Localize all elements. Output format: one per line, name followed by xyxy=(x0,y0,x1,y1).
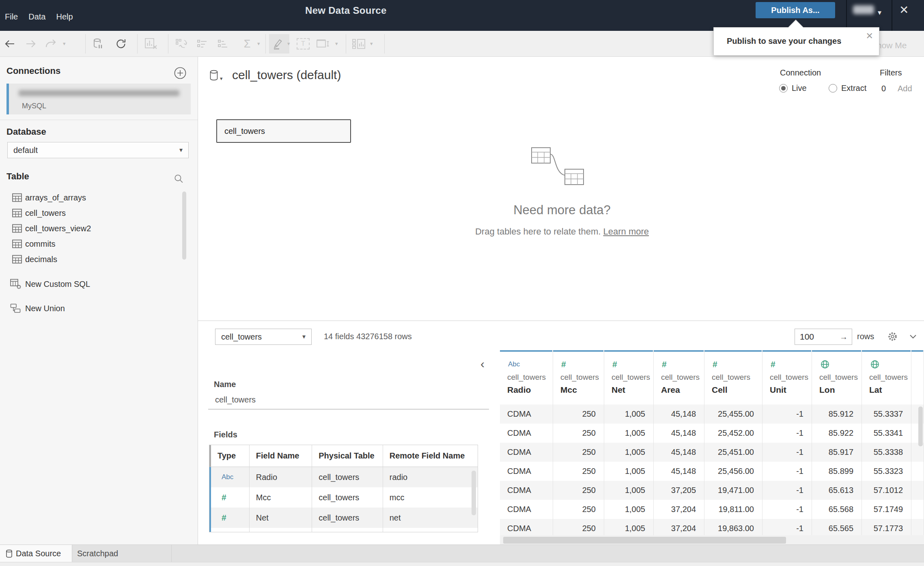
grid-cell: 1,005 xyxy=(604,481,654,500)
menu-help[interactable]: Help xyxy=(56,12,73,22)
grid-cell: 55.3337 xyxy=(862,405,911,424)
totals-icon[interactable]: Σ xyxy=(240,37,254,51)
menu-data[interactable]: Data xyxy=(28,12,45,22)
field-type-icon: # xyxy=(211,528,250,532)
table-item-commits[interactable]: commits xyxy=(0,236,198,252)
filters-add-button[interactable]: Add xyxy=(898,84,912,93)
text-label-icon[interactable]: T xyxy=(297,38,310,49)
fields-table-row[interactable]: # Net cell_towers net xyxy=(209,508,478,528)
column-name: Area xyxy=(661,385,680,395)
live-radio[interactable]: Live xyxy=(779,84,807,93)
grid-horizontal-scrollbar[interactable] xyxy=(503,537,786,544)
swap-rows-columns-icon[interactable] xyxy=(174,37,189,51)
datasource-title[interactable]: cell_towers (default) xyxy=(232,68,341,82)
datasource-caret-icon[interactable]: ▾ xyxy=(220,75,223,82)
refresh-datasource-icon[interactable] xyxy=(114,37,128,51)
show-cards-icon[interactable] xyxy=(351,37,366,51)
table-list-scrollbar[interactable] xyxy=(182,192,186,260)
grid-column-header-area[interactable]: # cell_towers Area xyxy=(654,350,704,405)
grid-cell: 1,005 xyxy=(604,462,654,481)
grid-cell: CDMA xyxy=(500,481,553,500)
grid-column-header-cell[interactable]: # cell_towers Cell xyxy=(704,350,762,405)
table-item-arrays_of_arrays[interactable]: arrays_of_arrays xyxy=(0,190,198,205)
table-item-decimals[interactable]: decimals xyxy=(0,252,198,267)
grid-column-header-lat[interactable]: cell_towers Lat xyxy=(862,350,911,405)
publish-as-button[interactable]: Publish As... xyxy=(756,2,835,18)
fields-table-row[interactable]: # Mcc cell_towers mcc xyxy=(209,487,478,508)
collapse-panel-icon[interactable]: ‹ xyxy=(480,358,485,370)
show-cards-caret-icon[interactable]: ▾ xyxy=(370,41,373,47)
learn-more-link[interactable]: Learn more xyxy=(603,226,649,237)
grid-table-select[interactable]: cell_towers ▾ xyxy=(215,329,312,345)
column-name: Radio xyxy=(507,385,531,395)
fields-table-row[interactable]: Abc Radio cell_towers radio xyxy=(209,467,478,487)
pause-datasource-icon[interactable] xyxy=(91,37,106,51)
table-list: arrays_of_arrayscell_towerscell_towers_v… xyxy=(0,190,198,267)
extract-radio-icon[interactable] xyxy=(829,84,837,93)
table-item-cell_towers[interactable]: cell_towers xyxy=(0,205,198,221)
fields-column-header[interactable]: Field Name xyxy=(250,445,312,467)
fit-view-icon[interactable] xyxy=(316,37,330,51)
fields-column-header[interactable]: Type xyxy=(211,445,250,467)
live-radio-icon[interactable] xyxy=(779,84,788,93)
grid-collapse-chevron-icon[interactable] xyxy=(908,332,919,342)
field-type-icon: # xyxy=(211,508,250,528)
highlight-icon[interactable] xyxy=(270,37,285,51)
replay-icon[interactable] xyxy=(44,37,58,51)
fields-table-row[interactable]: # xyxy=(209,528,478,532)
tabstrip: Data Source Scratchpad xyxy=(0,544,924,562)
apply-rows-icon[interactable]: → xyxy=(840,329,848,344)
physical-table-cell: cell_towers xyxy=(312,487,383,508)
grid-column-header-mcc[interactable]: # cell_towers Mcc xyxy=(553,350,604,405)
fields-column-header[interactable]: Remote Field Name xyxy=(383,445,478,467)
totals-caret-icon[interactable]: ▾ xyxy=(257,41,260,47)
physical-table-cell xyxy=(312,528,383,532)
column-accent-bar xyxy=(762,350,811,352)
new-union-button[interactable]: New Union xyxy=(0,300,198,316)
grid-cell: 55.3341 xyxy=(862,424,911,443)
new-custom-sql-button[interactable]: New Custom SQL xyxy=(0,276,198,292)
row-count-input[interactable]: 100 → xyxy=(795,329,852,345)
grid-column-header-unit[interactable]: # cell_towers Unit xyxy=(762,350,812,405)
table-item-label: commits xyxy=(25,239,55,249)
highlight-caret-icon[interactable]: ▾ xyxy=(287,41,290,47)
table-item-cell_towers_view2[interactable]: cell_towers_view2 xyxy=(0,221,198,236)
clear-sheet-icon[interactable] xyxy=(144,37,158,51)
redo-icon[interactable] xyxy=(24,37,38,51)
live-label: Live xyxy=(792,84,807,93)
name-input[interactable]: cell_towers xyxy=(215,395,256,405)
grid-column-header-lon[interactable]: cell_towers Lon xyxy=(812,350,862,405)
database-select[interactable]: default ▾ xyxy=(7,142,189,158)
fields-column-header[interactable]: Physical Table xyxy=(312,445,383,467)
connection-item[interactable]: MySQL xyxy=(6,84,191,114)
tooltip-close-icon[interactable]: ✕ xyxy=(866,31,873,41)
close-window-icon[interactable]: ✕ xyxy=(899,3,909,17)
field-type-icon: Abc xyxy=(211,467,250,487)
fields-table-scrollbar[interactable] xyxy=(472,471,476,515)
table-item-label: arrays_of_arrays xyxy=(25,193,86,202)
grid-cell: 25,451.00 xyxy=(704,443,762,462)
datasource-icon[interactable] xyxy=(209,70,218,82)
replay-caret-icon[interactable]: ▾ xyxy=(63,41,66,47)
menu-file[interactable]: File xyxy=(5,12,18,22)
extract-radio[interactable]: Extract xyxy=(829,84,866,93)
grid-column-header-net[interactable]: # cell_towers Net xyxy=(604,350,654,405)
account-menu[interactable] xyxy=(853,5,874,14)
column-source: cell_towers xyxy=(819,373,858,382)
grid-settings-gear-icon[interactable] xyxy=(887,331,898,342)
sort-descending-icon[interactable] xyxy=(216,37,231,51)
sort-ascending-icon[interactable] xyxy=(196,37,210,51)
table-search-icon[interactable] xyxy=(174,174,184,184)
undo-icon[interactable] xyxy=(2,37,17,51)
account-caret-icon[interactable]: ▾ xyxy=(878,8,881,17)
tab-scratchpad[interactable]: Scratchpad xyxy=(72,545,172,562)
grid-column-header-radio[interactable]: Abc cell_towers Radio xyxy=(500,350,553,405)
tab-data-source[interactable]: Data Source xyxy=(0,545,72,562)
physical-table-cell: cell_towers xyxy=(312,508,383,528)
fit-view-caret-icon[interactable]: ▾ xyxy=(335,41,338,47)
table-chip[interactable]: cell_towers xyxy=(216,119,351,143)
grid-vertical-scrollbar[interactable] xyxy=(918,407,923,446)
add-connection-icon[interactable] xyxy=(174,67,187,80)
toolbar-divider xyxy=(265,34,266,54)
field-type-icon: # xyxy=(211,487,250,508)
